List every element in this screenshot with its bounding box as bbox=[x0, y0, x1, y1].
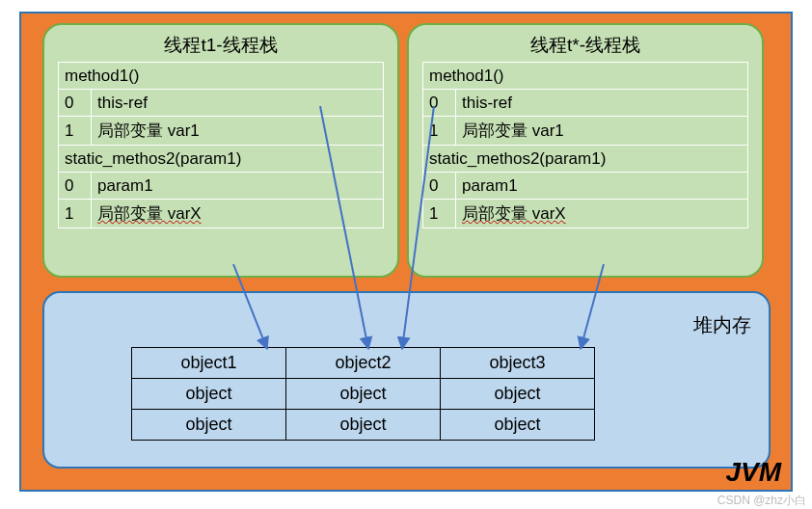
heap-cell: object bbox=[132, 410, 286, 441]
var-index: 1 bbox=[59, 200, 92, 228]
var-name: 局部变量 var1 bbox=[92, 117, 384, 146]
var-name: param1 bbox=[456, 173, 748, 200]
heap-cell: object3 bbox=[441, 348, 595, 379]
thread-stack-tx: 线程t*-线程栈 method1() 0this-ref 1局部变量 var1 … bbox=[407, 23, 764, 278]
jvm-container: 线程t1-线程栈 method1() 0this-ref 1局部变量 var1 … bbox=[19, 12, 793, 492]
var-index: 1 bbox=[423, 117, 456, 146]
thread-title-t1: 线程t1-线程栈 bbox=[58, 33, 384, 58]
var-index: 0 bbox=[59, 173, 92, 200]
var-name: 局部变量 varX bbox=[92, 200, 384, 228]
method-header: method1() bbox=[423, 63, 748, 90]
var-name: this-ref bbox=[456, 90, 748, 117]
method-header: static_methos2(param1) bbox=[423, 146, 748, 173]
stack-table-t1: method1() 0this-ref 1局部变量 var1 static_me… bbox=[58, 62, 384, 228]
var-index: 0 bbox=[423, 173, 456, 200]
thread-title-tx: 线程t*-线程栈 bbox=[422, 33, 748, 58]
var-name: 局部变量 var1 bbox=[456, 117, 748, 146]
heap-label: 堆内存 bbox=[693, 312, 751, 338]
thread-stack-t1: 线程t1-线程栈 method1() 0this-ref 1局部变量 var1 … bbox=[42, 23, 399, 278]
heap-cell: object bbox=[441, 379, 595, 410]
var-name: 局部变量 varX bbox=[456, 200, 748, 228]
var-index: 0 bbox=[423, 90, 456, 117]
stack-table-tx: method1() 0this-ref 1局部变量 var1 static_me… bbox=[422, 62, 748, 228]
heap-container: 堆内存 object1 object2 object3 object objec… bbox=[42, 291, 771, 469]
heap-cell: object2 bbox=[286, 348, 441, 379]
heap-cell: object bbox=[132, 379, 286, 410]
var-index: 1 bbox=[59, 117, 92, 146]
var-name: this-ref bbox=[92, 90, 384, 117]
heap-cell: object1 bbox=[132, 348, 286, 379]
heap-table: object1 object2 object3 object object ob… bbox=[131, 347, 595, 441]
heap-cell: object bbox=[441, 410, 595, 441]
watermark: CSDN @zhz小白 bbox=[717, 493, 806, 509]
jvm-label: JVM bbox=[725, 457, 781, 488]
var-index: 1 bbox=[423, 200, 456, 228]
method-header: static_methos2(param1) bbox=[59, 146, 384, 173]
var-name: param1 bbox=[92, 173, 384, 200]
heap-cell: object bbox=[286, 379, 441, 410]
method-header: method1() bbox=[59, 63, 384, 90]
var-index: 0 bbox=[59, 90, 92, 117]
heap-cell: object bbox=[286, 410, 441, 441]
